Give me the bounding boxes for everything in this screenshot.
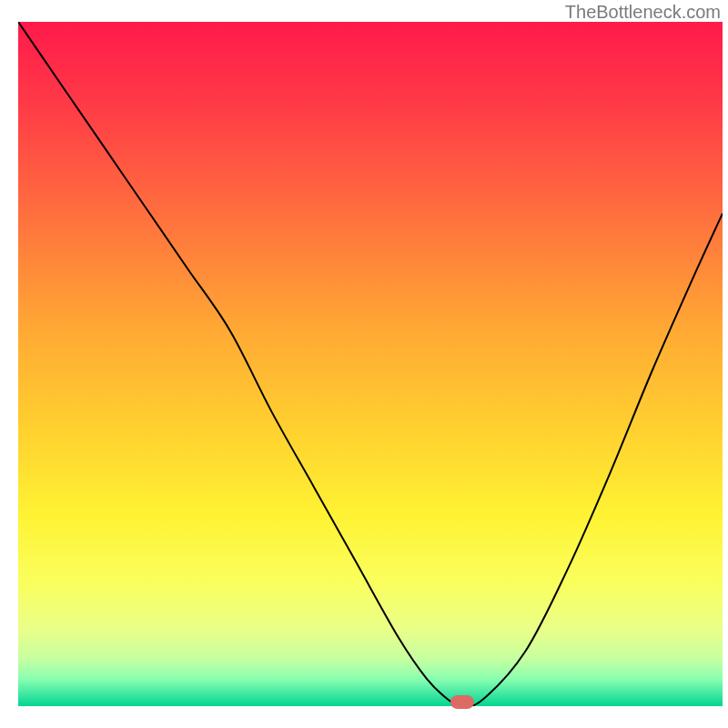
chart-container: TheBottleneck.com <box>0 0 728 728</box>
gradient-background <box>18 22 723 706</box>
watermark-label: TheBottleneck.com <box>565 2 721 23</box>
chart-svg <box>18 22 723 706</box>
plot-area <box>18 22 723 706</box>
optimal-point-marker <box>450 695 474 709</box>
